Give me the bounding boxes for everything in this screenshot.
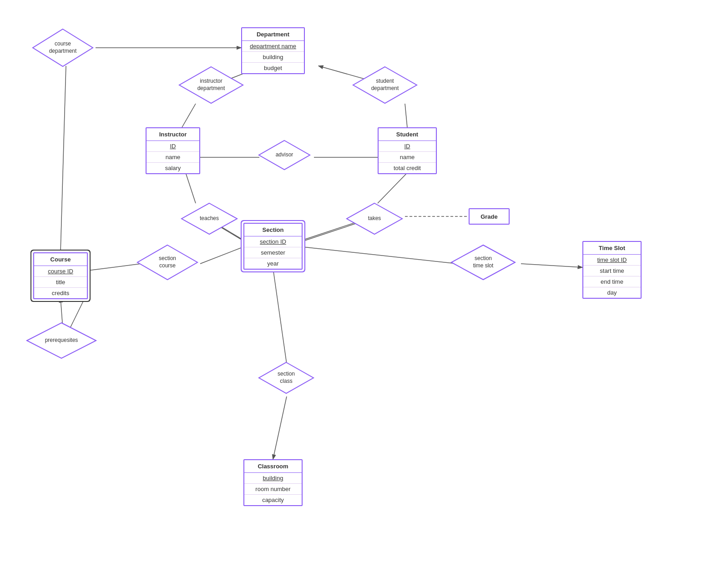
entity-instructor-title: Instructor [147,128,199,141]
diamond-teaches: teaches [180,201,239,236]
diamond-advisor: advisor [257,139,312,171]
entity-instructor-attr-1: name [147,152,199,163]
entity-classroom-attr-1: room number [244,484,302,495]
diamond-section-timeslot-label: sectiontime slot [473,255,494,269]
svg-line-16 [200,247,243,264]
entity-grade: Grade [469,208,510,225]
entity-instructor-attr-2: salary [147,163,199,173]
diamond-prerequisites-label: prerequesites [45,337,78,344]
entity-department-title: Department [242,28,304,41]
entity-section-attr-2: year [244,258,302,269]
entity-course-title: Course [34,253,87,266]
svg-line-3 [182,104,196,127]
entity-course-attr-1: title [34,277,87,288]
entity-timeslot-attr-1: start time [583,266,641,276]
entity-student-title: Student [379,128,436,141]
entity-instructor: Instructor ID name salary [146,127,200,174]
entity-timeslot-attr-2: end time [583,276,641,287]
svg-line-5 [405,104,407,127]
diamond-course-department-label: coursedepartment [49,40,77,55]
entity-timeslot-attr-0: time slot ID [583,255,641,266]
svg-line-20 [273,396,287,459]
er-diagram: Department department name building budg… [0,0,728,582]
diamond-teaches-label: teaches [200,215,219,222]
entity-department-attr-1: building [242,52,304,63]
diamond-advisor-label: advisor [276,151,293,159]
entity-course-attr-0: course ID [34,266,87,277]
entity-course: Course course ID title credits [33,252,88,299]
diamond-prerequisites: prerequesites [25,321,98,360]
svg-line-1 [61,66,66,252]
diamond-takes: takes [345,201,404,236]
diamond-course-department: coursedepartment [31,27,95,68]
diamond-student-department-label: studentdepartment [371,78,399,92]
entity-department: Department department name building budg… [241,27,305,74]
entity-student: Student ID name total credit [378,127,437,174]
svg-line-17 [303,247,457,264]
diamond-takes-label: takes [368,215,381,222]
entity-student-attr-2: total credit [379,163,436,173]
entity-section-title: Section [244,224,302,236]
diamond-section-class-label: sectionclass [278,371,295,385]
entity-timeslot: Time Slot time slot ID start time end ti… [582,241,642,299]
diamond-section-timeslot: sectiontime slot [450,243,517,281]
entity-course-attr-2: credits [34,288,87,298]
svg-line-18 [521,264,582,267]
entity-timeslot-attr-3: day [583,287,641,298]
entity-student-attr-0: ID [379,141,436,152]
entity-classroom: Classroom building room number capacity [243,459,303,506]
entity-classroom-title: Classroom [244,460,302,473]
entity-student-attr-1: name [379,152,436,163]
diamond-student-department: studentdepartment [351,65,419,105]
entity-section-attr-0: section ID [244,236,302,247]
entity-department-attr-2: budget [242,63,304,73]
diamond-section-course: sectioncourse [136,243,199,281]
diamond-instructor-department: instructordepartment [177,65,245,105]
svg-line-11 [378,173,407,203]
entity-instructor-attr-0: ID [147,141,199,152]
entity-section-attr-1: semester [244,247,302,258]
entity-grade-title: Grade [475,211,503,223]
entity-section: Section section ID semester year [243,223,303,270]
entity-classroom-attr-2: capacity [244,495,302,505]
entity-department-attr-0: department name [242,41,304,52]
diamond-section-course-label: sectioncourse [159,255,176,269]
svg-line-8 [186,173,196,203]
svg-line-15 [88,264,141,271]
svg-line-19 [273,268,287,364]
diamond-section-class: sectionclass [257,361,315,395]
entity-classroom-attr-0: building [244,473,302,484]
entity-timeslot-title: Time Slot [583,242,641,255]
diamond-instructor-department-label: instructordepartment [197,78,225,92]
